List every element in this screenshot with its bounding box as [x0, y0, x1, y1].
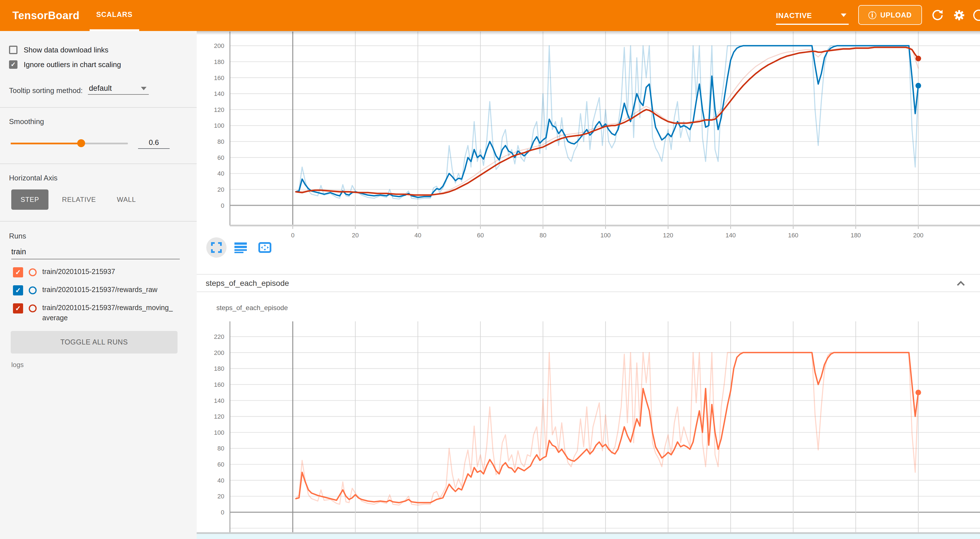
- axis-mode-wall-button[interactable]: WALL: [111, 190, 142, 210]
- run-3-label: train/20201015-215937/rewards_moving_ave…: [42, 303, 177, 323]
- fullscreen-icon[interactable]: [206, 238, 226, 258]
- axis-mode-relative-button[interactable]: RELATIVE: [56, 190, 102, 210]
- run-filter-input[interactable]: train: [11, 247, 180, 259]
- toggle-all-runs-button[interactable]: TOGGLE ALL RUNS: [11, 331, 178, 354]
- svg-text:40: 40: [415, 232, 421, 239]
- info-icon: i: [869, 11, 876, 19]
- svg-text:200: 200: [214, 349, 224, 356]
- fit-domain-icon[interactable]: [255, 238, 275, 258]
- run-1-label: train/20201015-215937: [42, 267, 177, 277]
- svg-text:120: 120: [214, 106, 224, 113]
- rewards-chart[interactable]: 0204060801001201401601802000204060801001…: [197, 32, 980, 240]
- svg-text:180: 180: [214, 365, 224, 372]
- smoothing-slider-thumb[interactable]: [77, 140, 85, 147]
- svg-text:60: 60: [477, 232, 484, 239]
- app-title: TensorBoard: [13, 0, 80, 31]
- header-shadow: [197, 31, 980, 35]
- tooltip-sorting-label: Tooltip sorting method:: [9, 86, 83, 95]
- tensorboard-app: TensorBoard SCALARS INACTIVE i UPLOAD: [0, 0, 980, 539]
- svg-text:80: 80: [539, 232, 546, 239]
- gear-icon[interactable]: [952, 8, 966, 22]
- svg-text:100: 100: [214, 429, 224, 436]
- divider: [0, 107, 197, 108]
- svg-text:120: 120: [214, 413, 224, 420]
- svg-text:160: 160: [214, 381, 224, 388]
- ignore-outliers-checkbox[interactable]: ✓: [9, 60, 18, 69]
- tooltip-sorting-dropdown[interactable]: default: [88, 84, 149, 95]
- svg-text:40: 40: [218, 477, 224, 484]
- svg-text:180: 180: [851, 232, 861, 239]
- svg-text:140: 140: [214, 90, 224, 97]
- svg-text:20: 20: [218, 186, 224, 193]
- show-download-links-checkbox[interactable]: [9, 46, 18, 54]
- svg-text:60: 60: [218, 461, 224, 468]
- run-1-checkbox[interactable]: ✓: [13, 267, 23, 277]
- svg-text:100: 100: [214, 122, 224, 129]
- svg-text:0: 0: [291, 232, 294, 239]
- chevron-down-icon: [141, 87, 146, 90]
- run-3-color-circle[interactable]: [29, 305, 37, 313]
- app-header: TensorBoard SCALARS INACTIVE i UPLOAD: [0, 0, 980, 31]
- upload-button[interactable]: i UPLOAD: [858, 5, 922, 25]
- status-dropdown[interactable]: INACTIVE: [776, 7, 849, 25]
- tooltip-sorting-value: default: [89, 84, 112, 92]
- svg-text:100: 100: [600, 232, 611, 239]
- ignore-outliers-label: Ignore outliers in chart scaling: [24, 60, 121, 69]
- section-header-steps[interactable]: steps_of_each_episode: [197, 274, 980, 292]
- run-row: ✓ train/20201015-215937: [13, 267, 188, 277]
- run-2-label: train/20201015-215937/rewards_raw: [42, 285, 177, 295]
- run-1-color-circle[interactable]: [29, 268, 37, 276]
- settings-sidebar: Show data download links ✓ Ignore outlie…: [0, 31, 197, 539]
- smoothing-value-input[interactable]: 0.6: [138, 138, 170, 149]
- steps-chart[interactable]: 020406080100120140160180200220: [197, 316, 980, 533]
- refresh-icon[interactable]: [931, 8, 945, 22]
- runs-section-label: Runs: [9, 232, 188, 240]
- svg-text:120: 120: [663, 232, 673, 239]
- svg-text:180: 180: [214, 58, 224, 65]
- chart-card-title: steps_of_each_episode: [216, 304, 288, 312]
- svg-text:160: 160: [788, 232, 799, 239]
- svg-text:80: 80: [218, 138, 224, 145]
- svg-text:0: 0: [221, 509, 224, 516]
- smoothing-slider[interactable]: [11, 143, 128, 144]
- status-dropdown-value: INACTIVE: [776, 11, 812, 19]
- svg-text:200: 200: [913, 232, 924, 239]
- axis-mode-step-button[interactable]: STEP: [11, 190, 48, 210]
- run-3-checkbox[interactable]: ✓: [13, 303, 23, 314]
- chart-toolbar: [206, 238, 275, 258]
- divider: [197, 292, 980, 292]
- run-row: ✓ train/20201015-215937/rewards_moving_a…: [13, 303, 188, 323]
- bottom-scroll-strip: [197, 534, 980, 539]
- svg-text:20: 20: [352, 232, 359, 239]
- svg-text:40: 40: [218, 170, 224, 177]
- show-download-links-label: Show data download links: [24, 46, 108, 54]
- smoothing-slider-fill: [11, 143, 81, 144]
- section-title: steps_of_each_episode: [206, 279, 289, 287]
- run-2-color-circle[interactable]: [29, 286, 37, 294]
- smoothing-label: Smoothing: [9, 117, 188, 126]
- svg-text:140: 140: [725, 232, 736, 239]
- horizontal-axis-label: Horizontal Axis: [9, 174, 188, 182]
- tab-scalars[interactable]: SCALARS: [90, 0, 139, 31]
- svg-text:60: 60: [218, 154, 224, 161]
- svg-text:200: 200: [214, 42, 224, 49]
- svg-text:220: 220: [214, 333, 224, 340]
- svg-text:20: 20: [218, 493, 224, 500]
- upload-button-label: UPLOAD: [880, 11, 912, 19]
- svg-text:140: 140: [214, 397, 224, 404]
- svg-text:80: 80: [218, 445, 224, 452]
- run-row: ✓ train/20201015-215937/rewards_raw: [13, 285, 188, 295]
- run-2-checkbox[interactable]: ✓: [13, 285, 23, 295]
- logs-label: logs: [11, 361, 197, 369]
- help-icon[interactable]: [973, 10, 980, 21]
- chevron-down-icon: [841, 14, 846, 17]
- divider: [0, 164, 197, 164]
- divider: [0, 221, 197, 222]
- svg-text:0: 0: [221, 202, 224, 209]
- svg-text:160: 160: [214, 75, 224, 81]
- chevron-up-icon[interactable]: [954, 277, 967, 290]
- log-scale-icon[interactable]: [231, 238, 251, 258]
